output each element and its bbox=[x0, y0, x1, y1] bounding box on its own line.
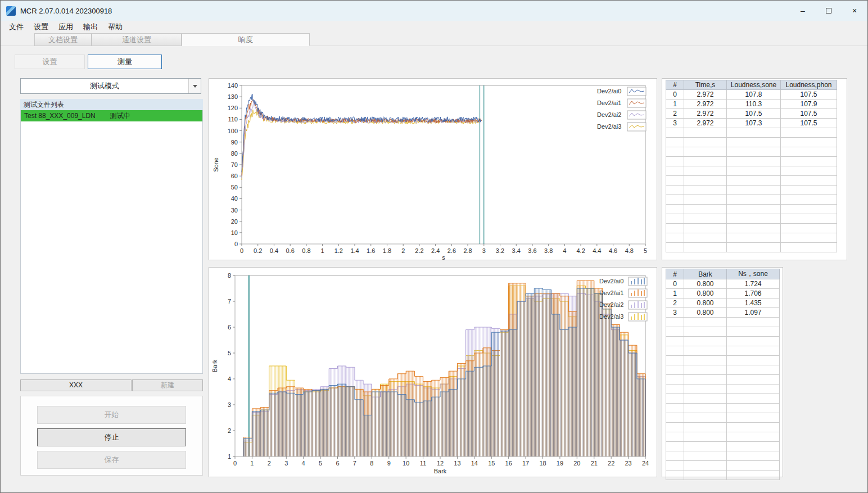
svg-text:6: 6 bbox=[336, 460, 339, 467]
table-empty-row bbox=[666, 157, 837, 166]
svg-text:7: 7 bbox=[353, 460, 356, 467]
svg-text:2: 2 bbox=[268, 460, 271, 467]
table-empty-row bbox=[666, 451, 780, 461]
table-empty-row bbox=[666, 404, 780, 413]
svg-text:Dev2/ai2: Dev2/ai2 bbox=[599, 301, 623, 308]
table-empty-row bbox=[666, 166, 837, 176]
menu-output[interactable]: 输出 bbox=[78, 21, 103, 33]
svg-text:3: 3 bbox=[284, 460, 288, 467]
table-empty-row bbox=[666, 461, 780, 471]
table-empty-row bbox=[666, 318, 780, 327]
table-row[interactable]: 00.8001.724 bbox=[666, 279, 780, 289]
loudness-time-chart[interactable]: 010203040506070809010011012013014000.20.… bbox=[209, 79, 657, 260]
svg-text:2.2: 2.2 bbox=[415, 247, 423, 254]
svg-text:13: 13 bbox=[454, 460, 460, 467]
svg-text:0.8: 0.8 bbox=[302, 247, 310, 254]
new-button[interactable]: 新建 bbox=[132, 379, 203, 391]
svg-text:0.6: 0.6 bbox=[286, 247, 295, 254]
svg-text:3.6: 3.6 bbox=[528, 247, 536, 254]
test-mode-dropdown[interactable]: 测试模式 bbox=[20, 78, 201, 94]
svg-text:24: 24 bbox=[642, 460, 649, 467]
svg-text:12: 12 bbox=[437, 460, 444, 467]
table-row[interactable]: 32.972107.3107.5 bbox=[666, 119, 837, 128]
file-list-label: 测试文件列表 bbox=[20, 99, 203, 110]
table-empty-row bbox=[666, 471, 780, 480]
svg-text:1.8: 1.8 bbox=[383, 247, 391, 254]
close-button[interactable]: × bbox=[842, 1, 867, 21]
dropdown-button[interactable] bbox=[188, 79, 201, 93]
svg-text:130: 130 bbox=[228, 93, 238, 100]
table-row[interactable]: 12.972110.3107.9 bbox=[666, 99, 837, 109]
svg-text:6: 6 bbox=[228, 324, 231, 331]
svg-text:120: 120 bbox=[228, 105, 238, 111]
svg-text:4: 4 bbox=[563, 247, 566, 254]
column-header[interactable]: Bark bbox=[684, 269, 727, 279]
table-empty-row bbox=[666, 394, 780, 404]
svg-text:1: 1 bbox=[321, 247, 324, 254]
svg-text:20: 20 bbox=[231, 218, 238, 225]
main-tab-strip: 文档设置 通道设置 响度 bbox=[1, 33, 867, 46]
svg-text:9: 9 bbox=[387, 460, 391, 467]
maximize-button[interactable] bbox=[816, 1, 842, 21]
minimize-button[interactable]: – bbox=[790, 1, 816, 21]
svg-text:1: 1 bbox=[228, 453, 231, 460]
tab-document-settings[interactable]: 文档设置 bbox=[34, 33, 92, 46]
table-row[interactable]: 02.972107.8107.5 bbox=[666, 90, 837, 99]
svg-text:100: 100 bbox=[228, 128, 238, 134]
table-row[interactable]: 30.8001.097 bbox=[666, 308, 780, 318]
column-header[interactable]: Loudness,phon bbox=[781, 80, 837, 90]
svg-text:8: 8 bbox=[370, 460, 373, 467]
column-header[interactable]: # bbox=[666, 80, 684, 90]
svg-text:3: 3 bbox=[482, 247, 486, 254]
column-header[interactable]: # bbox=[666, 269, 684, 279]
list-item-test-file[interactable]: Test 88_XXX_009_LDN测试中 bbox=[21, 110, 202, 121]
svg-text:14: 14 bbox=[471, 460, 478, 467]
menu-settings[interactable]: 设置 bbox=[29, 21, 53, 33]
table-empty-row bbox=[666, 346, 780, 356]
svg-text:2.6: 2.6 bbox=[447, 247, 456, 254]
title-bar: MCR 2.07.0.014 202300918 – × bbox=[1, 1, 867, 21]
table-empty-row bbox=[666, 233, 837, 243]
svg-text:3: 3 bbox=[228, 401, 231, 408]
stop-button[interactable]: 停止 bbox=[37, 428, 186, 446]
column-header[interactable]: Time,s bbox=[684, 80, 727, 90]
table-empty-row bbox=[666, 413, 780, 423]
svg-text:Dev2/ai0: Dev2/ai0 bbox=[599, 278, 623, 284]
loudness-time-chart-panel: 010203040506070809010011012013014000.20.… bbox=[209, 78, 657, 260]
column-header[interactable]: Loudness,sone bbox=[727, 80, 781, 90]
menu-help[interactable]: 帮助 bbox=[103, 21, 128, 33]
bark-results-table: #BarkNs，sone00.8001.72410.8001.70620.800… bbox=[666, 269, 780, 480]
specific-loudness-chart[interactable]: 1234567801234567891011121314151617181920… bbox=[209, 268, 657, 477]
menu-apply[interactable]: 应用 bbox=[53, 21, 78, 33]
start-button[interactable]: 开始 bbox=[37, 406, 186, 424]
tab-loudness[interactable]: 响度 bbox=[182, 33, 310, 46]
table-row[interactable]: 20.8001.435 bbox=[666, 298, 780, 308]
file-name: Test 88_XXX_009_LDN bbox=[24, 112, 96, 120]
table-row[interactable]: 10.8001.706 bbox=[666, 289, 780, 298]
svg-text:110: 110 bbox=[228, 116, 238, 123]
svg-text:3.2: 3.2 bbox=[496, 247, 504, 254]
table-empty-row bbox=[666, 195, 837, 205]
svg-text:Bark: Bark bbox=[434, 468, 447, 474]
app-logo-icon bbox=[6, 6, 16, 16]
svg-text:22: 22 bbox=[608, 460, 614, 467]
column-header[interactable]: Ns，sone bbox=[727, 269, 780, 279]
table-empty-row bbox=[666, 356, 780, 365]
svg-text:Bark: Bark bbox=[211, 359, 218, 372]
table-empty-row bbox=[666, 442, 780, 451]
svg-text:Dev2/ai0: Dev2/ai0 bbox=[597, 88, 621, 94]
table-empty-row bbox=[666, 337, 780, 346]
subtab-measure[interactable]: 测量 bbox=[88, 55, 162, 69]
save-button[interactable]: 保存 bbox=[37, 451, 186, 469]
table-row[interactable]: 22.972107.5107.5 bbox=[666, 109, 837, 119]
table-empty-row bbox=[666, 365, 780, 375]
svg-text:50: 50 bbox=[231, 184, 238, 191]
test-file-list[interactable]: Test 88_XXX_009_LDN测试中 bbox=[20, 110, 203, 374]
menu-bar: 文件 设置 应用 输出 帮助 bbox=[1, 21, 867, 33]
svg-text:20: 20 bbox=[573, 460, 580, 467]
xxx-button[interactable]: XXX bbox=[20, 379, 132, 391]
subtab-settings[interactable]: 设置 bbox=[15, 55, 85, 69]
tab-channel-settings[interactable]: 通道设置 bbox=[92, 33, 182, 46]
menu-file[interactable]: 文件 bbox=[4, 21, 29, 33]
svg-text:3.4: 3.4 bbox=[512, 247, 521, 254]
